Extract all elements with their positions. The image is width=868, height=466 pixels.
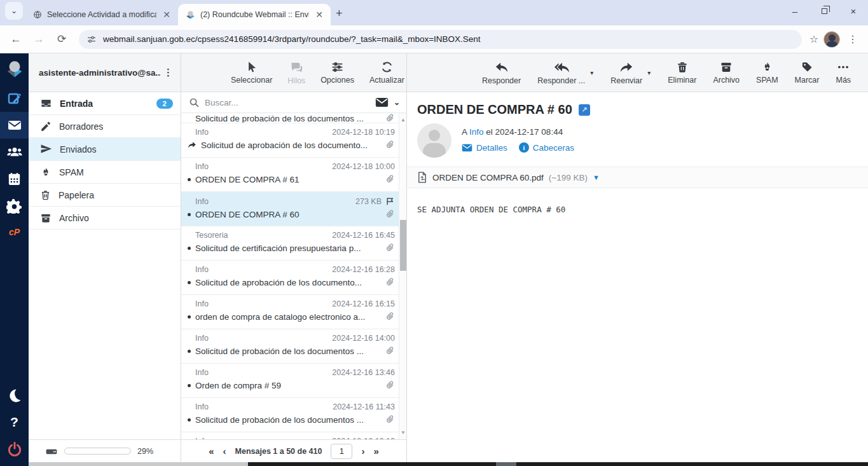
new-tab-button[interactable]: + <box>336 7 343 20</box>
first-page-button[interactable]: « <box>209 446 214 456</box>
compose-button[interactable] <box>0 85 29 112</box>
message-subject: ORDEN DE COMPRA # 60 <box>195 210 378 219</box>
tab-close-icon[interactable]: ✕ <box>314 10 324 20</box>
dark-mode-button[interactable] <box>0 382 29 409</box>
attachment-menu-caret-icon[interactable]: ▼ <box>593 174 600 181</box>
unread-dot <box>188 178 191 181</box>
window-restore-button[interactable] <box>809 0 839 22</box>
reload-button[interactable]: ⟳ <box>52 30 71 49</box>
forward-caret-icon[interactable]: ▾ <box>647 69 651 76</box>
message-sender: Info <box>195 128 328 137</box>
rail-calendar-button[interactable] <box>0 165 29 192</box>
message-row-selected[interactable]: Info 273 KB ORDEN DE COMPRA # 60 <box>181 192 399 226</box>
select-button[interactable]: Seleccionar <box>231 60 272 85</box>
account-header: asistente-administrativo@sa... ⋮ <box>29 53 181 92</box>
browser-window: ⌄ Seleccione Actividad a modifica ✕ (2) … <box>0 0 868 466</box>
folder-entrada[interactable]: Entrada 2 <box>29 92 181 115</box>
reply-button[interactable]: Responder <box>482 60 521 85</box>
last-page-button[interactable]: » <box>373 446 378 456</box>
folder-archivo[interactable]: Archivo <box>29 207 181 230</box>
page-number-input[interactable] <box>331 444 352 459</box>
tab-roundcube-webmail[interactable]: (2) Roundcube Webmail :: Envia ✕ <box>178 4 331 25</box>
forward-button-mail[interactable]: Reenviar ▾ <box>610 60 642 85</box>
folder-borradores[interactable]: Borradores <box>29 115 181 138</box>
window-close-button[interactable]: × <box>839 0 868 22</box>
info-icon: i <box>519 142 529 153</box>
pointer-icon <box>245 60 258 74</box>
pdf-file-icon <box>417 172 427 183</box>
back-button[interactable]: ← <box>6 30 25 49</box>
folder-papelera[interactable]: Papelera <box>29 184 181 207</box>
mark-button[interactable]: Marcar <box>795 60 820 85</box>
spam-button[interactable]: SPAM <box>756 60 778 85</box>
window-minimize-button[interactable]: – <box>780 0 809 22</box>
scrollbar-thumb[interactable] <box>400 220 406 271</box>
rail-mail-button[interactable] <box>0 112 29 139</box>
reply-all-button[interactable]: Responder ... ▾ <box>537 60 585 85</box>
options-button[interactable]: Opciones <box>320 60 354 85</box>
threads-button[interactable]: Hilos <box>287 60 305 85</box>
folder-label: Papelera <box>59 190 173 200</box>
rail-cpanel-button[interactable]: cP <box>0 219 29 245</box>
archive-button[interactable]: Archivo <box>713 60 740 85</box>
delete-button[interactable]: Eliminar <box>668 60 696 85</box>
tab-search-button[interactable]: ⌄ <box>5 2 23 20</box>
open-in-new-window-icon[interactable]: ↗ <box>579 104 590 116</box>
message-row[interactable]: Info2024-12-16 14:00 Solicitud de probac… <box>181 329 399 364</box>
scroll-up-icon[interactable]: ▲ <box>401 117 406 123</box>
message-row[interactable]: Info2024-12-16 13:46 Orden de compra # 5… <box>181 364 399 398</box>
omnibox[interactable]: webmail.sanjuan.gob.ec/cpsess2416859914/… <box>79 30 802 49</box>
hscroll-thumb[interactable] <box>29 462 248 466</box>
next-page-button[interactable]: › <box>361 446 364 456</box>
prev-page-button[interactable]: ‹ <box>223 446 226 456</box>
rail-contacts-button[interactable] <box>0 139 29 165</box>
tab-close-icon[interactable]: ✕ <box>162 10 172 20</box>
site-settings-icon[interactable] <box>86 34 97 45</box>
message-row[interactable]: Tesoreria2024-12-16 16:45 Solicitud de c… <box>181 226 399 261</box>
headers-toggle[interactable]: i Cabeceras <box>519 142 574 153</box>
scroll-down-icon[interactable]: ▼ <box>401 430 406 435</box>
message-row[interactable]: Solicitud de probación de los documentos… <box>181 113 399 123</box>
search-input[interactable] <box>205 98 370 107</box>
attachment-name[interactable]: ORDEN DE COMPRA 60.pdf <box>432 173 544 182</box>
question-mark-icon: ? <box>10 415 18 430</box>
refresh-button[interactable]: Actualizar <box>369 60 404 85</box>
more-button[interactable]: Más <box>836 60 851 85</box>
disk-icon <box>45 445 58 458</box>
forward-button[interactable]: → <box>29 30 48 49</box>
flame-icon <box>40 167 52 178</box>
list-scrollbar[interactable]: ▲ ▼ <box>399 113 406 439</box>
flag-icon[interactable] <box>385 196 395 206</box>
message-row[interactable]: Info2024-12-18 10:19 Solicitud de aproba… <box>181 123 399 158</box>
roundcube-favicon-icon <box>186 10 195 20</box>
attachment-bar: ORDEN DE COMPRA 60.pdf (~199 KB) ▼ <box>407 167 868 188</box>
unread-dot <box>188 315 191 319</box>
folder-label: Enviados <box>60 144 173 154</box>
help-button[interactable]: ? <box>0 409 29 435</box>
folder-spam[interactable]: SPAM <box>29 161 181 184</box>
power-icon <box>6 441 23 457</box>
details-toggle[interactable]: Detalles <box>462 142 507 153</box>
horizontal-scrollbar <box>0 462 868 466</box>
message-subject: ORDEN DE COMPRA # 61 <box>195 175 378 184</box>
message-row[interactable]: Info2024-12-16 10:10 <box>181 432 399 439</box>
bookmark-star-icon[interactable]: ☆ <box>809 33 818 45</box>
search-options-caret-icon[interactable]: ⌄ <box>394 98 400 107</box>
message-row[interactable]: Info2024-12-16 11:43 Solicitud de probac… <box>181 398 399 432</box>
message-row[interactable]: Info2024-12-16 16:15 orden de compra de … <box>181 295 399 329</box>
account-menu-icon[interactable]: ⋮ <box>161 67 176 78</box>
message-row[interactable]: Info2024-12-18 10:00 ORDEN DE COMPRA # 6… <box>181 158 399 192</box>
browser-menu-icon[interactable]: ⋮ <box>844 33 862 45</box>
folder-enviados[interactable]: Enviados <box>29 138 181 161</box>
message-sender: Info <box>195 334 328 343</box>
reply-all-caret-icon[interactable]: ▾ <box>590 69 593 76</box>
rail-settings-button[interactable] <box>0 192 29 219</box>
browser-profile-avatar[interactable] <box>823 31 840 48</box>
logout-button[interactable] <box>0 435 29 462</box>
message-row[interactable]: Info2024-12-16 16:28 Solicitud de aproba… <box>181 261 399 295</box>
recipient-link[interactable]: Info <box>469 127 484 137</box>
url-text[interactable]: webmail.sanjuan.gob.ec/cpsess2416859914/… <box>103 34 794 44</box>
search-scope-envelope-icon[interactable] <box>375 97 389 107</box>
tab-seleccione-actividad[interactable]: Seleccione Actividad a modifica ✕ <box>25 4 178 25</box>
message-subject: orden de compra de catalogo electronico … <box>195 312 378 322</box>
